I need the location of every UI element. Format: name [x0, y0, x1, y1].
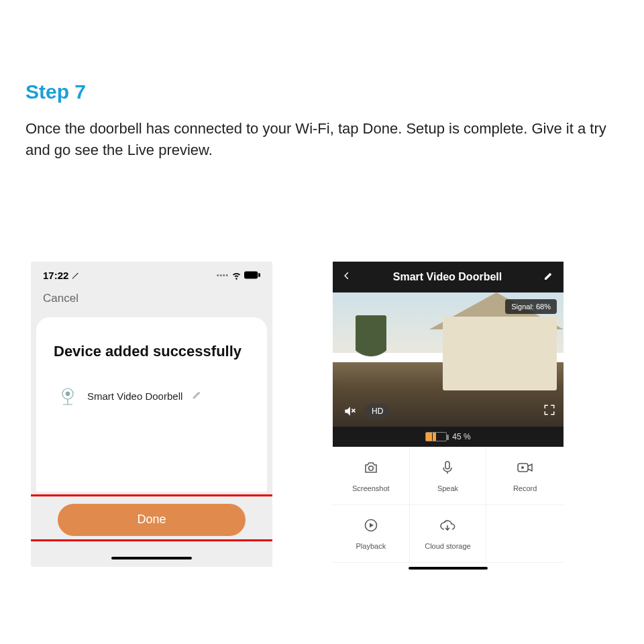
card-title: Device added successfully	[54, 343, 250, 360]
cloud-storage-button[interactable]: Cloud storage	[410, 505, 487, 563]
device-name: Smart Video Doorbell	[87, 390, 182, 402]
device-row[interactable]: Smart Video Doorbell	[59, 387, 250, 406]
record-button[interactable]: Record	[486, 447, 564, 505]
playback-label: Playback	[356, 542, 386, 550]
svg-point-4	[369, 466, 374, 470]
playback-icon	[363, 517, 379, 536]
mute-icon[interactable]	[341, 402, 358, 420]
cloud-icon	[438, 517, 457, 536]
live-title: Smart Video Doorbell	[393, 271, 502, 283]
fullscreen-icon[interactable]	[543, 404, 555, 419]
battery-bar: 45 %	[333, 427, 564, 447]
record-label: Record	[513, 484, 537, 492]
home-indicator	[333, 563, 564, 582]
video-icon	[517, 460, 534, 478]
signal-badge: Signal: 68%	[505, 299, 557, 314]
right-phone-screenshot: Smart Video Doorbell Signal: 68% HD	[333, 262, 564, 582]
step-description: Once the doorbell has connected to your …	[25, 118, 619, 161]
step-title: Step 7	[25, 80, 619, 103]
microphone-icon	[439, 460, 455, 478]
done-button[interactable]: Done	[58, 504, 246, 536]
back-icon[interactable]	[342, 271, 352, 283]
hd-button[interactable]: HD	[365, 404, 390, 419]
cancel-button[interactable]: Cancel	[43, 292, 78, 305]
battery-level-icon	[425, 432, 447, 441]
svg-point-3	[66, 392, 70, 396]
empty-cell	[486, 505, 564, 563]
live-video[interactable]: Signal: 68% HD	[333, 292, 564, 427]
svg-rect-0	[244, 272, 258, 279]
screenshot-button[interactable]: Screenshot	[333, 447, 410, 505]
pencil-icon[interactable]	[192, 390, 201, 402]
status-bar: 17:22 ••••	[31, 262, 272, 285]
left-phone-screenshot: 17:22 •••• Cancel Device added successfu…	[31, 262, 272, 582]
svg-point-7	[521, 466, 524, 469]
pencil-icon[interactable]	[543, 270, 554, 284]
svg-rect-1	[258, 274, 260, 278]
playback-button[interactable]: Playback	[333, 505, 410, 563]
success-card: Device added successfully Smart Video Do…	[36, 317, 267, 492]
home-indicator	[31, 549, 272, 567]
camera-device-icon	[59, 387, 78, 406]
status-time: 17:22	[43, 270, 79, 281]
speak-button[interactable]: Speak	[410, 447, 487, 505]
live-header: Smart Video Doorbell	[333, 262, 564, 292]
svg-rect-5	[445, 462, 449, 469]
camera-icon	[363, 460, 379, 478]
speak-label: Speak	[437, 484, 458, 492]
battery-icon	[244, 271, 260, 279]
cellular-icon: ••••	[217, 272, 229, 279]
screenshot-label: Screenshot	[352, 484, 390, 492]
battery-percent: 45 %	[452, 432, 470, 441]
cloud-label: Cloud storage	[425, 542, 471, 550]
wifi-icon	[231, 270, 241, 280]
